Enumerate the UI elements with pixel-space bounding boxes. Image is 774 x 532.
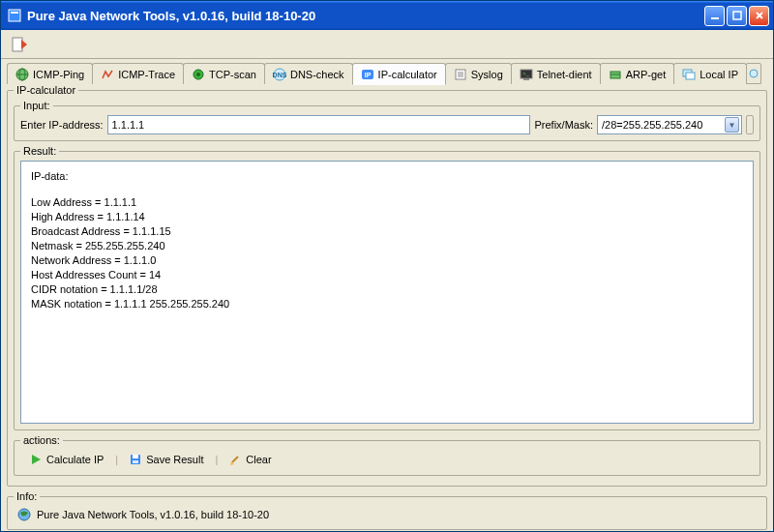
tab-label: DNS-check: [290, 69, 344, 80]
tab-label: TCP-scan: [209, 69, 256, 80]
exit-button[interactable]: [7, 33, 34, 56]
result-line: Broadcast Address = 1.1.1.15: [31, 224, 743, 239]
svg-rect-29: [133, 455, 138, 458]
prefix-mask-value: /28=255.255.255.240: [602, 119, 702, 131]
app-icon: [7, 8, 22, 23]
result-header: IP-data:: [31, 169, 743, 184]
tab-label: ICMP-Ping: [33, 69, 84, 80]
dns-icon: DNS: [273, 68, 286, 81]
chevron-down-icon: ▼: [725, 117, 739, 133]
tab-telnet-client[interactable]: >_ Telnet-dient: [511, 63, 601, 84]
tab-dns-check[interactable]: DNS DNS-check: [264, 63, 353, 84]
svg-rect-3: [733, 12, 741, 19]
result-line: Netmask = 255.255.255.240: [31, 239, 743, 253]
info-text: Pure Java Network Tools, v1.0.16, build …: [37, 509, 269, 520]
result-line: Host Addresses Count = 14: [31, 268, 743, 282]
result-line: Network Address = 1.1.1.0: [31, 253, 743, 268]
result-text-area[interactable]: IP-data: Low Address = 1.1.1.1 High Addr…: [20, 161, 754, 424]
svg-rect-21: [523, 78, 529, 80]
clear-button[interactable]: Clear: [222, 452, 279, 467]
tab-scroll-right[interactable]: [746, 63, 761, 84]
tab-icmp-ping[interactable]: ICMP-Ping: [7, 63, 93, 84]
result-line: High Address = 1.1.1.14: [31, 210, 743, 224]
tab-label: Telnet-dient: [537, 69, 592, 80]
localip-icon: [682, 68, 696, 81]
separator: |: [115, 454, 118, 465]
close-button[interactable]: [749, 6, 769, 26]
globe-icon: [17, 508, 31, 521]
prefix-mask-select[interactable]: /28=255.255.255.240 ▼: [597, 115, 742, 134]
ip-calculator-panel: IP-calculator Input: Enter IP-address: P…: [7, 84, 767, 487]
svg-line-31: [232, 457, 238, 462]
ip-address-input[interactable]: [107, 115, 531, 134]
tab-icmp-trace[interactable]: ICMP-Trace: [92, 63, 184, 84]
svg-rect-1: [11, 12, 18, 14]
save-result-button[interactable]: Save Result: [122, 452, 211, 467]
tab-tcp-scan[interactable]: TCP-scan: [183, 63, 265, 84]
input-end-button[interactable]: [746, 115, 754, 134]
globe-icon: [15, 68, 29, 81]
tab-local-ip[interactable]: Local IP: [673, 63, 747, 84]
main-toolbar: [1, 30, 773, 59]
disk-icon: [130, 454, 141, 465]
svg-text:IP: IP: [364, 72, 371, 78]
tab-arp-get[interactable]: ARP-get: [600, 63, 675, 84]
svg-point-27: [750, 70, 758, 77]
prefix-mask-label: Prefix/Mask:: [534, 119, 593, 131]
tab-syslog[interactable]: Syslog: [445, 63, 512, 84]
button-label: Save Result: [146, 454, 203, 465]
separator: |: [215, 454, 218, 465]
result-group: Result: IP-data: Low Address = 1.1.1.1 H…: [14, 145, 760, 430]
svg-text:DNS: DNS: [273, 72, 286, 78]
tab-ip-calculator[interactable]: IP IP-calculator: [352, 63, 446, 85]
svg-point-11: [196, 73, 200, 76]
tab-label: Syslog: [471, 69, 503, 80]
minimize-button[interactable]: [704, 6, 725, 26]
actions-group: actions: Calculate IP | Save Result | Cl…: [14, 434, 760, 476]
tab-bar: ICMP-Ping ICMP-Trace TCP-scan DNS DNS-ch…: [1, 59, 773, 84]
play-icon: [30, 454, 42, 465]
tab-label: ARP-get: [626, 69, 667, 80]
tab-label: ICMP-Trace: [118, 69, 175, 80]
ip-address-label: Enter IP-address:: [20, 119, 104, 131]
result-line: MASK notation = 1.1.1.1 255.255.255.240: [31, 297, 743, 311]
result-line: CIDR notation = 1.1.1.1/28: [31, 282, 743, 297]
syslog-icon: [454, 68, 467, 81]
info-legend: Info:: [14, 490, 40, 502]
calculate-ip-button[interactable]: Calculate IP: [22, 452, 111, 467]
telnet-icon: >_: [520, 68, 533, 81]
svg-rect-6: [13, 38, 22, 51]
ip-icon: IP: [361, 68, 374, 81]
tab-label: Local IP: [700, 69, 738, 80]
svg-rect-26: [686, 73, 695, 79]
button-label: Clear: [246, 454, 271, 465]
svg-rect-0: [9, 10, 20, 21]
tab-label: IP-calculator: [378, 69, 437, 80]
svg-rect-30: [133, 460, 138, 463]
input-group: Input: Enter IP-address: Prefix/Mask: /2…: [14, 100, 760, 141]
info-group: Info: Pure Java Network Tools, v1.0.16, …: [7, 490, 767, 530]
scan-icon: [192, 68, 205, 81]
input-legend: Input:: [20, 100, 53, 111]
svg-rect-2: [711, 17, 719, 19]
window-title: Pure Java Network Tools, v1.0.16, build …: [27, 9, 704, 23]
result-line: Low Address = 1.1.1.1: [31, 195, 743, 210]
arp-icon: [609, 68, 622, 81]
svg-text:>_: >_: [522, 71, 530, 76]
maximize-button[interactable]: [727, 6, 747, 26]
panel-legend: IP-calculator: [14, 84, 78, 96]
title-bar: Pure Java Network Tools, v1.0.16, build …: [1, 1, 773, 30]
actions-legend: actions:: [20, 434, 63, 446]
button-label: Calculate IP: [46, 454, 104, 465]
result-legend: Result:: [20, 145, 59, 157]
broom-icon: [229, 454, 241, 465]
trace-icon: [101, 68, 114, 81]
